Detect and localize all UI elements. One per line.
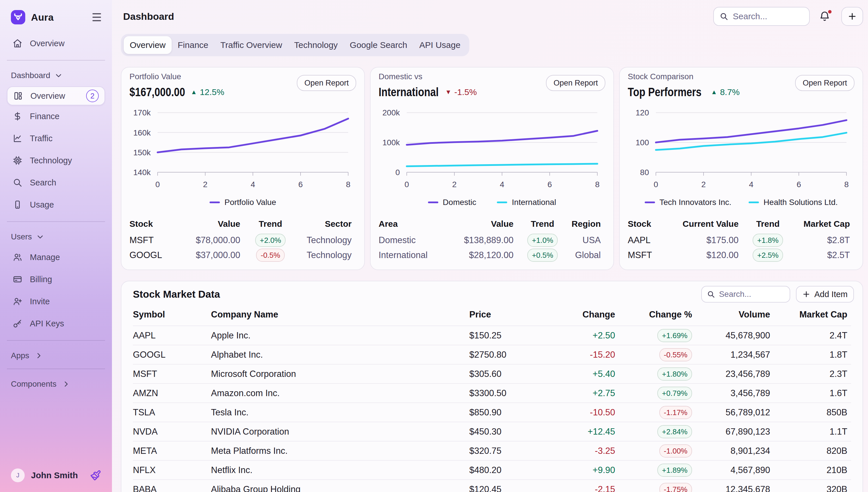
svg-text:4: 4	[749, 180, 753, 189]
svg-text:200k: 200k	[382, 108, 400, 117]
svg-text:4: 4	[500, 180, 504, 189]
svg-text:2: 2	[203, 180, 207, 189]
svg-text:150k: 150k	[133, 148, 151, 157]
svg-text:8: 8	[346, 180, 350, 189]
svg-text:170k: 170k	[133, 108, 151, 117]
svg-text:140k: 140k	[133, 168, 151, 177]
svg-text:120: 120	[636, 108, 649, 117]
svg-text:6: 6	[547, 180, 552, 189]
svg-text:160k: 160k	[133, 128, 151, 137]
svg-text:80: 80	[640, 168, 649, 177]
svg-text:100k: 100k	[382, 138, 400, 147]
svg-text:2: 2	[452, 180, 457, 189]
svg-text:0: 0	[395, 168, 400, 177]
svg-text:6: 6	[298, 180, 303, 189]
svg-text:6: 6	[796, 180, 801, 189]
svg-text:0: 0	[653, 180, 658, 189]
svg-text:0: 0	[155, 180, 160, 189]
svg-text:8: 8	[595, 180, 600, 189]
svg-text:4: 4	[251, 180, 255, 189]
svg-text:2: 2	[701, 180, 706, 189]
svg-text:0: 0	[404, 180, 409, 189]
svg-text:8: 8	[844, 180, 849, 189]
svg-text:100: 100	[636, 138, 649, 147]
